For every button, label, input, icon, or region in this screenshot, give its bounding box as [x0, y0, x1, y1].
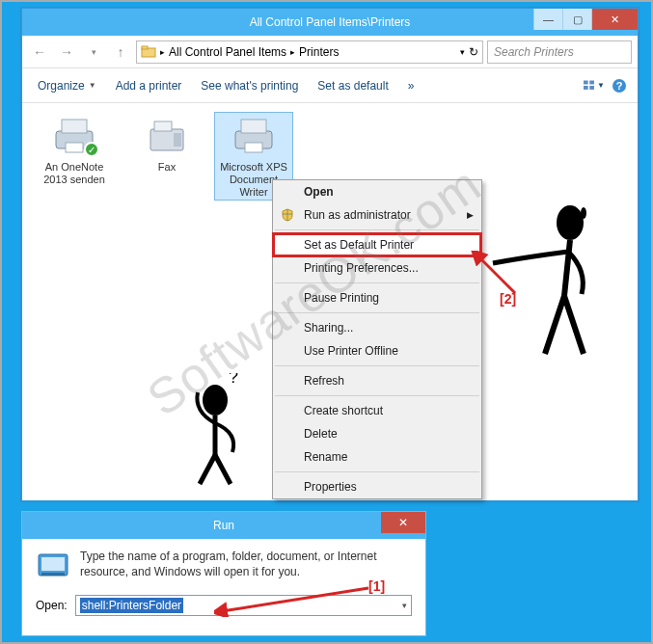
run-description: Type the name of a program, folder, docu… — [80, 549, 412, 583]
annotation-2: [2] — [500, 291, 516, 307]
breadcrumb-sep-icon: ▸ — [290, 47, 295, 57]
printer-icon: ✓ — [43, 113, 105, 159]
svg-point-18 — [203, 385, 228, 416]
organize-menu[interactable]: Organize▼ — [30, 75, 104, 96]
stick-figure-thinking: ? — [177, 373, 263, 492]
annotation-1: [1] — [368, 578, 385, 594]
help-button[interactable]: ? — [609, 75, 630, 96]
ctx-preferences[interactable]: Printing Preferences... — [273, 256, 481, 280]
svg-rect-16 — [245, 143, 262, 152]
annotation-arrow-2 — [471, 251, 529, 297]
printer-icon — [223, 113, 285, 159]
svg-rect-4 — [584, 86, 588, 90]
command-bar: Organize▼ Add a printer See what's print… — [22, 68, 638, 103]
annotation-arrow-1 — [214, 584, 378, 617]
ctx-shortcut[interactable]: Create shortcut — [273, 399, 481, 422]
search-placeholder: Search Printers — [494, 45, 574, 59]
overflow-button[interactable]: » — [400, 75, 422, 96]
context-menu: Open Run as administrator▶ Set as Defaul… — [272, 179, 482, 499]
printer-label: Fax — [128, 161, 205, 174]
ctx-pause[interactable]: Pause Printing — [273, 286, 481, 309]
printer-item-onenote[interactable]: ✓ An OneNote 2013 senden — [36, 113, 113, 186]
run-open-label: Open: — [36, 599, 68, 612]
nav-up-button[interactable]: ↑ — [109, 40, 132, 64]
ctx-set-default[interactable]: Set as Default Printer — [273, 233, 481, 256]
svg-rect-22 — [41, 557, 65, 571]
ctx-separator — [275, 395, 479, 396]
window-titlebar[interactable]: All Control Panel Items\Printers — ▢ ✕ — [22, 9, 638, 36]
run-dialog: Run ✕ Type the name of a program, folder… — [21, 511, 426, 636]
nav-recent-button[interactable]: ▾ — [82, 40, 105, 64]
address-bar-row: ← → ▾ ↑ ▸ All Control Panel Items ▸ Prin… — [22, 36, 638, 68]
svg-rect-10 — [66, 143, 83, 152]
printer-item-fax[interactable]: Fax — [128, 113, 205, 174]
svg-rect-9 — [62, 120, 87, 133]
svg-rect-2 — [584, 80, 588, 84]
maximize-button[interactable]: ▢ — [562, 9, 591, 30]
fax-icon — [136, 113, 198, 159]
ctx-delete[interactable]: Delete — [273, 422, 481, 445]
ctx-sharing[interactable]: Sharing... — [273, 316, 481, 339]
breadcrumb-part[interactable]: Printers — [299, 45, 339, 59]
svg-point-19 — [557, 205, 584, 240]
breadcrumb-part[interactable]: All Control Panel Items — [169, 45, 286, 59]
nav-back-button[interactable]: ← — [28, 40, 51, 64]
breadcrumb-sep-icon: ▸ — [160, 47, 165, 57]
ctx-open[interactable]: Open — [273, 180, 481, 203]
ctx-separator — [275, 282, 479, 283]
svg-rect-3 — [589, 80, 594, 84]
svg-point-20 — [581, 207, 586, 219]
location-icon — [141, 44, 156, 60]
submenu-arrow-icon: ▶ — [467, 210, 474, 220]
svg-rect-5 — [589, 86, 594, 90]
ctx-properties[interactable]: Properties — [273, 475, 481, 498]
run-close-button[interactable]: ✕ — [381, 512, 425, 533]
address-bar[interactable]: ▸ All Control Panel Items ▸ Printers ▾ ↻ — [136, 40, 483, 64]
printer-label: An OneNote 2013 senden — [36, 161, 113, 186]
run-titlebar[interactable]: Run ✕ — [22, 512, 425, 539]
ctx-separator — [275, 229, 479, 230]
ctx-separator — [275, 471, 479, 472]
view-options-button[interactable]: ▼ — [584, 75, 605, 96]
svg-rect-13 — [174, 133, 181, 147]
run-title: Run — [22, 519, 425, 532]
svg-rect-12 — [154, 121, 172, 131]
nav-forward-button[interactable]: → — [55, 40, 78, 64]
ctx-refresh[interactable]: Refresh — [273, 369, 481, 392]
default-badge-icon: ✓ — [84, 142, 99, 157]
shield-icon — [279, 206, 296, 224]
search-input[interactable]: Search Printers — [487, 40, 632, 64]
add-printer-button[interactable]: Add a printer — [108, 75, 190, 96]
run-dropdown-icon[interactable]: ▾ — [402, 601, 407, 610]
run-command-value: shell:PrintersFolder — [80, 598, 183, 613]
set-default-button[interactable]: Set as default — [310, 75, 395, 96]
see-printing-button[interactable]: See what's printing — [193, 75, 306, 96]
ctx-separator — [275, 365, 479, 366]
close-button[interactable]: ✕ — [591, 9, 638, 30]
minimize-button[interactable]: — — [533, 9, 562, 30]
svg-text:?: ? — [616, 80, 623, 92]
svg-rect-23 — [41, 573, 65, 576]
addr-drop-icon[interactable]: ▾ — [460, 47, 465, 57]
ctx-run-as-admin[interactable]: Run as administrator▶ — [273, 203, 481, 227]
ctx-separator — [275, 312, 479, 313]
svg-rect-15 — [241, 120, 266, 133]
run-icon — [36, 549, 70, 583]
ctx-offline[interactable]: Use Printer Offline — [273, 339, 481, 362]
svg-rect-1 — [142, 46, 148, 49]
svg-text:?: ? — [229, 373, 238, 387]
ctx-rename[interactable]: Rename — [273, 445, 481, 469]
refresh-button[interactable]: ↻ — [469, 45, 478, 59]
